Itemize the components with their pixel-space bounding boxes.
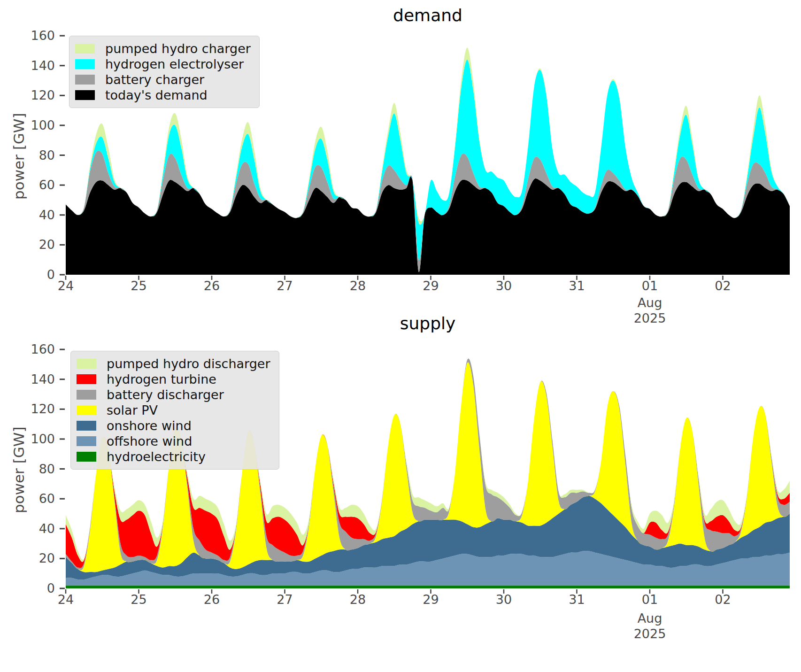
legend-item: pumped hydro discharger bbox=[77, 356, 270, 371]
x-tick-label-demand-27: 27 bbox=[263, 279, 306, 293]
x-tick-label-demand-25: 25 bbox=[117, 279, 160, 293]
demand-area-today-s-demand bbox=[66, 176, 790, 275]
y-tick-label-supply-60: 60 bbox=[13, 492, 55, 505]
legend-item: pumped hydro charger bbox=[75, 41, 251, 56]
legend-label: hydrogen electrolyser bbox=[105, 57, 244, 71]
y-tick-label-supply-100: 100 bbox=[13, 433, 55, 445]
y-tick-label-supply-0: 0 bbox=[13, 582, 55, 595]
y-tick-label-demand-140: 140 bbox=[13, 59, 55, 72]
y-tick-label-demand-160: 160 bbox=[13, 29, 55, 42]
demand-year: 2025 bbox=[622, 310, 678, 326]
y-tick-label-demand-120: 120 bbox=[13, 89, 55, 101]
legend-swatch-offshore-wind-icon bbox=[77, 436, 96, 446]
supply-legend: pumped hydro dischargerhydrogen turbineb… bbox=[70, 351, 279, 470]
y-tick-label-demand-100: 100 bbox=[13, 119, 55, 131]
x-tick-label-demand-30: 30 bbox=[483, 279, 525, 293]
supply-area-hydroelectricity bbox=[66, 586, 790, 588]
legend-swatch-pumped-hydro-charger-icon bbox=[75, 44, 95, 54]
x-tick-label-supply-25: 25 bbox=[117, 593, 160, 607]
supply-chart-title: supply bbox=[287, 314, 569, 333]
legend-swatch-today-s-demand-icon bbox=[75, 90, 95, 100]
x-tick-label-demand-02: 02 bbox=[701, 279, 744, 293]
supply-month-year-label: Aug 2025 bbox=[622, 610, 678, 641]
legend-swatch-solar-pv-icon bbox=[77, 405, 96, 415]
x-tick-label-supply-31: 31 bbox=[555, 593, 598, 607]
figure: demand supply power [GW] power [GW] 2425… bbox=[0, 0, 801, 672]
x-tick-label-supply-29: 29 bbox=[409, 593, 452, 607]
y-tick-label-demand-80: 80 bbox=[13, 149, 55, 162]
x-tick-label-demand-29: 29 bbox=[409, 279, 452, 293]
legend-label: today's demand bbox=[105, 88, 208, 102]
legend-label: hydrogen turbine bbox=[107, 372, 216, 386]
legend-swatch-hydrogen-turbine-icon bbox=[77, 374, 96, 384]
legend-item: today's demand bbox=[75, 87, 251, 103]
demand-legend: pumped hydro chargerhydrogen electrolyse… bbox=[69, 36, 260, 108]
demand-month: Aug bbox=[622, 295, 678, 310]
x-tick-label-demand-01: 01 bbox=[629, 279, 671, 293]
legend-swatch-hydroelectricity-icon bbox=[77, 452, 96, 462]
legend-swatch-battery-charger-icon bbox=[75, 75, 95, 85]
legend-label: onshore wind bbox=[107, 418, 192, 433]
legend-label: pumped hydro discharger bbox=[107, 356, 270, 371]
legend-item: offshore wind bbox=[77, 433, 270, 449]
demand-month-year-label: Aug 2025 bbox=[622, 295, 678, 326]
x-tick-label-supply-27: 27 bbox=[263, 593, 306, 607]
y-tick-label-supply-80: 80 bbox=[13, 463, 55, 475]
y-tick-label-demand-60: 60 bbox=[13, 178, 55, 191]
x-tick-label-supply-01: 01 bbox=[629, 593, 671, 607]
legend-label: battery discharger bbox=[107, 387, 224, 402]
legend-label: solar PV bbox=[107, 403, 158, 417]
supply-year: 2025 bbox=[622, 626, 678, 641]
demand-chart-title: demand bbox=[287, 6, 569, 25]
y-tick-label-supply-160: 160 bbox=[13, 343, 55, 355]
legend-swatch-onshore-wind-icon bbox=[77, 421, 96, 431]
legend-item: battery charger bbox=[75, 72, 251, 87]
supply-month: Aug bbox=[622, 610, 678, 626]
y-tick-label-supply-20: 20 bbox=[13, 552, 55, 564]
legend-item: battery discharger bbox=[77, 387, 270, 402]
x-tick-label-demand-26: 26 bbox=[191, 279, 233, 293]
legend-swatch-battery-discharger-icon bbox=[77, 390, 96, 400]
x-tick-label-supply-26: 26 bbox=[191, 593, 233, 607]
legend-label: hydroelectricity bbox=[107, 449, 206, 464]
legend-item: onshore wind bbox=[77, 418, 270, 433]
x-tick-label-demand-31: 31 bbox=[555, 279, 598, 293]
legend-label: battery charger bbox=[105, 72, 204, 87]
x-tick-label-demand-28: 28 bbox=[337, 279, 379, 293]
legend-swatch-hydrogen-electrolyser-icon bbox=[75, 59, 95, 69]
legend-swatch-pumped-hydro-discharger-icon bbox=[77, 359, 96, 369]
legend-item: hydroelectricity bbox=[77, 449, 270, 464]
x-tick-label-supply-02: 02 bbox=[701, 593, 744, 607]
legend-label: pumped hydro charger bbox=[105, 41, 251, 56]
x-tick-label-supply-30: 30 bbox=[483, 593, 525, 607]
legend-item: hydrogen turbine bbox=[77, 371, 270, 387]
legend-item: hydrogen electrolyser bbox=[75, 56, 251, 72]
x-tick-label-supply-28: 28 bbox=[337, 593, 379, 607]
y-tick-label-supply-120: 120 bbox=[13, 402, 55, 415]
y-tick-label-demand-20: 20 bbox=[13, 238, 55, 251]
y-tick-label-supply-140: 140 bbox=[13, 373, 55, 386]
legend-item: solar PV bbox=[77, 402, 270, 418]
y-tick-label-supply-40: 40 bbox=[13, 522, 55, 535]
y-tick-label-demand-0: 0 bbox=[13, 268, 55, 281]
legend-label: offshore wind bbox=[107, 434, 192, 448]
y-tick-label-demand-40: 40 bbox=[13, 209, 55, 221]
